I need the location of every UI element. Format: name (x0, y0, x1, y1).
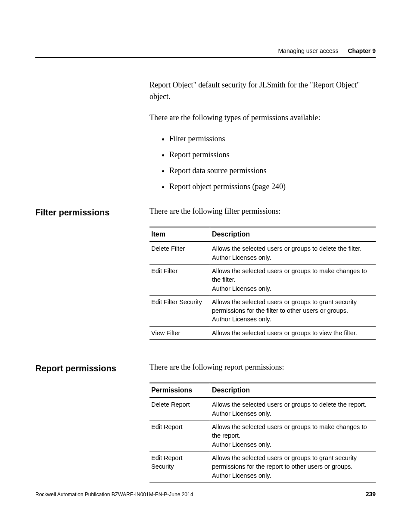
cell-item: View Filter (149, 326, 210, 339)
cell-item: Edit Filter Security (149, 295, 210, 326)
cell-desc: Allows the selected users or groups to d… (210, 242, 376, 264)
permissions-types-list: Filter permissions Report permissions Re… (149, 133, 376, 193)
header-chapter: Chapter 9 (348, 47, 376, 54)
cell-item: Edit Filter (149, 264, 210, 295)
section-heading-report: Report permissions (35, 361, 149, 373)
intro-content: Report Object" default security for JLSm… (149, 79, 376, 205)
col-permissions: Permissions (149, 383, 210, 398)
cell-desc: Allows the selected users or groups to g… (210, 451, 376, 482)
cell-item: Edit Report Security (149, 451, 210, 482)
footer-page-number: 239 (366, 491, 376, 498)
page-header: Managing user access Chapter 9 (35, 47, 376, 58)
cell-item: Edit Report (149, 420, 210, 451)
table-row: Edit Report Security Allows the selected… (149, 451, 376, 482)
page-footer: Rockwell Automation Publication BZWARE-I… (35, 491, 376, 498)
cell-desc: Allows the selected users or groups to m… (210, 264, 376, 295)
section-heading-filter: Filter permissions (35, 205, 149, 218)
main-content: Report Object" default security for JLSm… (35, 79, 376, 504)
cell-desc: Allows the selected users or groups to g… (210, 295, 376, 326)
cell-item: Delete Filter (149, 242, 210, 264)
col-item: Item (149, 227, 210, 242)
table-row: Edit Filter Allows the selected users or… (149, 264, 376, 295)
report-permissions-lead: There are the following report permissio… (149, 361, 376, 373)
filter-permissions-table: Item Description Delete Filter Allows th… (149, 227, 376, 340)
table-row: Edit Filter Security Allows the selected… (149, 295, 376, 326)
report-permissions-table: Permissions Description Delete Report Al… (149, 383, 376, 482)
list-item: Report data source permissions (169, 165, 376, 177)
table-row: Edit Report Allows the selected users or… (149, 420, 376, 451)
cell-desc: Allows the selected users or groups to v… (210, 326, 376, 339)
intro-para-1: Report Object" default security for JLSm… (149, 79, 376, 103)
report-permissions-section: Report permissions There are the followi… (35, 361, 376, 504)
intro-para-2: There are the following types of permiss… (149, 112, 376, 124)
list-item: Report object permissions (page 240) (169, 181, 376, 193)
table-row: Delete Report Allows the selected users … (149, 398, 376, 420)
report-permissions-content: There are the following report permissio… (149, 361, 376, 504)
cell-desc: Allows the selected users or groups to d… (210, 398, 376, 420)
footer-publication: Rockwell Automation Publication BZWARE-I… (35, 492, 193, 498)
filter-permissions-lead: There are the following filter permissio… (149, 205, 376, 217)
list-item: Report permissions (169, 149, 376, 161)
col-description: Description (210, 227, 376, 242)
intro-row: Report Object" default security for JLSm… (35, 79, 376, 205)
intro-side (35, 79, 149, 81)
filter-permissions-section: Filter permissions There are the followi… (35, 205, 376, 361)
list-item: Filter permissions (169, 133, 376, 145)
table-row: View Filter Allows the selected users or… (149, 326, 376, 339)
col-description: Description (210, 383, 376, 398)
table-row: Delete Filter Allows the selected users … (149, 242, 376, 264)
cell-desc: Allows the selected users or groups to m… (210, 420, 376, 451)
page: Managing user access Chapter 9 Report Ob… (0, 0, 411, 532)
header-section: Managing user access (278, 47, 338, 54)
table-header-row: Item Description (149, 227, 376, 242)
table-header-row: Permissions Description (149, 383, 376, 398)
cell-item: Delete Report (149, 398, 210, 420)
filter-permissions-content: There are the following filter permissio… (149, 205, 376, 361)
